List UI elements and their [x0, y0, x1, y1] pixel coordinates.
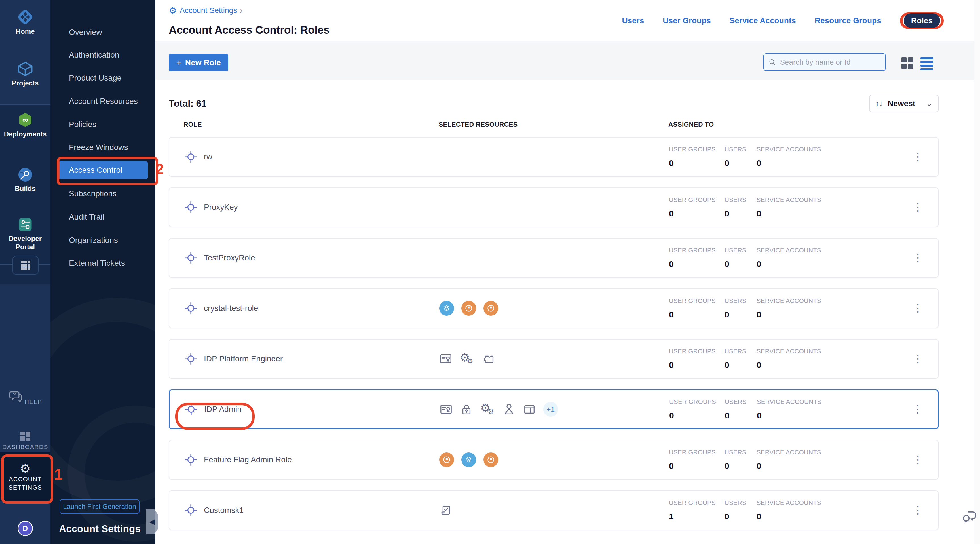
kebab-menu-icon[interactable]: ⋮ [913, 201, 923, 213]
kebab-menu-icon[interactable]: ⋮ [913, 251, 923, 264]
service-accounts-label: SERVICE ACCOUNTS [757, 196, 821, 204]
tab-users[interactable]: Users [622, 16, 644, 25]
scrollbar-track[interactable] [974, 0, 980, 544]
tab-roles[interactable]: Roles [904, 13, 940, 28]
breadcrumb[interactable]: ⚙ Account Settings › [169, 6, 243, 15]
sidebar-item-help[interactable]: ? HELP [0, 390, 51, 405]
sidebar-item-dashboards[interactable]: DASHBOARDS [0, 430, 51, 450]
service-accounts-count: 0 [757, 512, 821, 521]
sidebar-item-builds[interactable]: Builds [0, 166, 51, 193]
role-row-idp-admin[interactable]: IDP Admin ⚙⚙ [169, 390, 939, 429]
kebab-menu-icon[interactable]: ⋮ [913, 453, 923, 465]
service-accounts-count: 0 [757, 158, 821, 168]
rail-label: ACCOUNT [0, 475, 51, 483]
sidebar-item-home[interactable]: Home [0, 8, 51, 36]
users-label: USERS [725, 398, 757, 406]
role-name[interactable]: Feature Flag Admin Role [204, 455, 292, 464]
user-avatar[interactable]: D [18, 521, 33, 536]
role-name[interactable]: TestProxyRole [204, 253, 255, 262]
subnav-item-product-usage[interactable]: Product Usage [51, 71, 155, 85]
sort-dropdown[interactable]: ↑↓ Newest ⌄ [869, 95, 939, 112]
subnav-item-account-resources[interactable]: Account Resources [51, 94, 155, 108]
role-row[interactable]: Feature Flag Admin Role [169, 440, 939, 480]
help-chat-icon: ? [8, 390, 23, 404]
svg-text:∞: ∞ [22, 115, 28, 124]
tab-user-groups[interactable]: User Groups [663, 16, 711, 25]
subnav-item-organizations[interactable]: Organizations [51, 234, 155, 247]
grid-view-toggle[interactable] [902, 57, 913, 69]
feature-flag-icon [484, 452, 498, 467]
selected-resources [439, 504, 669, 517]
user-groups-label: USER GROUPS [669, 499, 724, 507]
user-groups-label: USER GROUPS [669, 146, 724, 153]
scope-tabs: Users User Groups Service Accounts Resou… [622, 0, 944, 41]
service-accounts-count: 0 [757, 259, 821, 269]
role-row[interactable]: ProxyKey USER GROUPS0 USERS0 SERVICE ACC… [169, 188, 939, 227]
annotation-step-2: 2 [156, 161, 164, 178]
subnav-collapse-handle[interactable]: ◀ [146, 509, 158, 534]
page-header: ⚙ Account Settings › Account Access Cont… [155, 0, 980, 41]
sidebar-item-projects[interactable]: Projects [0, 60, 51, 87]
settings-gear-icon: ⚙ [169, 6, 177, 15]
role-row[interactable]: IDP Platform Engineer ⚙⚙ USER GROUPS0 [169, 339, 939, 379]
launch-first-generation-button[interactable]: Launch First Generation [60, 499, 140, 514]
search-input[interactable] [780, 57, 881, 67]
more-resources-badge[interactable]: +1 [543, 402, 558, 417]
subnav-item-overview[interactable]: Overview [51, 25, 155, 39]
chevron-down-icon: ⌄ [926, 99, 932, 108]
environments-cube-icon [439, 301, 454, 316]
roles-list: Total: 61 ↑↓ Newest ⌄ ROLE SELECTED RESO… [169, 80, 939, 541]
user-groups-label: USER GROUPS [669, 398, 725, 406]
role-name[interactable]: Customsk1 [204, 506, 243, 515]
subnav-item-subscriptions[interactable]: Subscriptions [51, 187, 155, 200]
kebab-menu-icon[interactable]: ⋮ [913, 353, 923, 364]
role-row[interactable]: TestProxyRole USER GROUPS0 USERS0 SERVIC… [169, 238, 939, 278]
role-name[interactable]: IDP Platform Engineer [204, 354, 283, 363]
role-name[interactable]: ProxyKey [204, 203, 238, 212]
role-target-icon [184, 503, 198, 517]
users-count: 0 [724, 360, 757, 370]
selected-resources [439, 452, 669, 467]
person-icon [503, 403, 515, 416]
users-count: 0 [724, 209, 757, 218]
kebab-menu-icon[interactable]: ⋮ [912, 403, 923, 415]
list-view-toggle[interactable] [920, 57, 934, 70]
tab-service-accounts[interactable]: Service Accounts [730, 16, 796, 25]
annotation-step-1: 1 [54, 465, 63, 484]
breadcrumb-link[interactable]: Account Settings [180, 6, 237, 15]
role-row[interactable]: crystal-test-role [169, 288, 939, 328]
role-name[interactable]: rw [204, 152, 212, 161]
rail-label: Developer [0, 234, 51, 243]
service-accounts-count: 0 [757, 310, 821, 320]
sidebar-item-deployments[interactable]: ∞ Deployments [0, 111, 51, 138]
sidebar-item-developer-portal[interactable]: Developer Portal [0, 216, 51, 251]
rail-label: Portal [0, 243, 51, 251]
dashboards-icon [18, 430, 32, 442]
column-headers: ROLE SELECTED RESOURCES ASSIGNED TO [169, 121, 939, 129]
subnav-item-authentication[interactable]: Authentication [51, 48, 155, 62]
role-row[interactable]: rw USER GROUPS0 USERS0 SERVICE ACCOUNTS0… [169, 137, 939, 177]
tab-resource-groups[interactable]: Resource Groups [815, 16, 881, 25]
user-groups-label: USER GROUPS [669, 297, 724, 305]
sidebar-item-account-settings[interactable]: ⚙ ACCOUNT SETTINGS [0, 452, 51, 501]
kebab-menu-icon[interactable]: ⋮ [913, 151, 923, 162]
module-switcher-button[interactable] [13, 256, 38, 275]
service-accounts-count: 0 [757, 209, 821, 218]
service-accounts-count: 0 [757, 461, 821, 471]
role-name[interactable]: IDP Admin [204, 405, 242, 414]
role-row[interactable]: Customsk1 USER GROUPS1 USERS0 SERVICE AC… [169, 490, 939, 530]
kebab-menu-icon[interactable]: ⋮ [913, 504, 923, 516]
subnav-item-access-control[interactable]: Access Control [58, 161, 148, 179]
subnav-item-audit-trail[interactable]: Audit Trail [51, 210, 155, 224]
builds-icon [17, 166, 34, 183]
subnav-item-policies[interactable]: Policies [51, 118, 155, 131]
users-count: 0 [724, 310, 757, 320]
kebab-menu-icon[interactable]: ⋮ [913, 302, 923, 314]
new-role-button[interactable]: + New Role [169, 54, 228, 72]
role-target-icon [184, 352, 198, 366]
chat-support-icon[interactable] [961, 509, 978, 525]
subnav-item-freeze-windows[interactable]: Freeze Windows [51, 141, 155, 154]
subnav-item-external-tickets[interactable]: External Tickets [51, 256, 155, 270]
role-name[interactable]: crystal-test-role [204, 304, 258, 313]
role-cards: rw USER GROUPS0 USERS0 SERVICE ACCOUNTS0… [169, 137, 939, 530]
